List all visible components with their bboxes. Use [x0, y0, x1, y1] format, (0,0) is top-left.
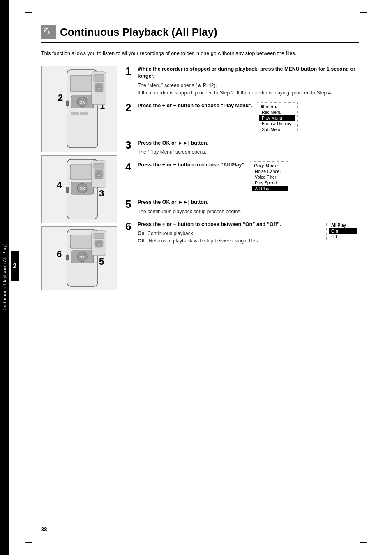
step-6-number: 6	[125, 221, 134, 245]
svg-rect-19	[70, 165, 95, 179]
step-6-body: On: Continuous playback. Off: Returns to…	[138, 230, 322, 244]
menu-item-sub: Sub Menu	[259, 127, 295, 132]
step-5-number: 5	[125, 199, 134, 215]
page: Continuous Playback (All Play) 2 38 ♪ Co…	[0, 0, 392, 555]
side-tab: Continuous Playback (All Play)	[0, 0, 9, 555]
menu-item-noise: Noise Cancel	[252, 168, 288, 174]
svg-rect-3	[70, 75, 95, 92]
svg-text:6: 6	[57, 249, 62, 259]
step-2-with-box: Press the + or − button to choose “Play …	[138, 102, 359, 134]
step-5-title: Press the OK or ►►| button.	[138, 199, 359, 206]
step-4-title: Press the + or − button to choose “All P…	[138, 161, 246, 169]
menu-item-rec: Rec Menu	[259, 109, 295, 115]
svg-rect-36	[66, 255, 69, 260]
corner-mark-br	[360, 535, 367, 543]
svg-text:OK: OK	[79, 187, 85, 191]
step-4-number: 4	[125, 161, 134, 193]
step-4: 4 Press the + or − button to choose “All…	[125, 161, 359, 193]
steps-column: 1 While the recorder is stopped or durin…	[125, 66, 359, 290]
step-5-content: Press the OK or ►►| button. The continuo…	[138, 199, 359, 215]
svg-text:OK: OK	[79, 100, 85, 104]
step-3-content: Press the OK or ►►| button. The “Play Me…	[138, 140, 359, 156]
page-number: 38	[41, 526, 47, 532]
device-image-bot: OK 6 5 OK	[41, 226, 117, 290]
step-3-body: The “Play Menu” screen opens.	[138, 148, 359, 156]
intro-text: This function allows you to listen to al…	[41, 50, 359, 58]
menu-word: MENU	[284, 66, 300, 72]
allplay-box-title: All Play	[329, 223, 357, 228]
svg-text:5: 5	[99, 256, 104, 267]
step-6-content: Press the + or − button to choose betwee…	[138, 221, 359, 245]
step-6-text: Press the + or − button to choose betwee…	[138, 221, 322, 245]
side-tab-text: Continuous Playback (All Play)	[2, 243, 7, 312]
svg-text:♪: ♪	[47, 29, 50, 36]
page-header: ♪ Continuous Playback (All Play)	[41, 25, 359, 43]
svg-text:3: 3	[99, 188, 104, 198]
menu-box-step4: Play Menu Noise Cancel Voice Filter Play…	[250, 161, 291, 193]
menu-box-step2: M e n u Rec Menu Play Menu Beep & Displa…	[257, 102, 298, 134]
step-2-number: 2	[125, 102, 134, 134]
step-1: 1 While the recorder is stopped or durin…	[125, 66, 359, 97]
svg-rect-8	[71, 112, 79, 115]
svg-rect-32	[70, 235, 95, 248]
svg-text:4: 4	[57, 180, 62, 190]
main-content: OK 2 1 OK	[41, 66, 359, 290]
step-2-text: Press the + or − button to choose “Play …	[138, 102, 253, 111]
menu-box-step4-title: Play Menu	[252, 163, 288, 168]
step-3-number: 3	[125, 140, 134, 156]
menu-item-play-selected: Play Menu	[259, 115, 295, 121]
step-4-with-box: Press the + or − button to choose “All P…	[138, 161, 359, 193]
step-3-title: Press the OK or ►►| button.	[138, 140, 359, 147]
device-image-mid: OK 4 3 OK	[41, 155, 117, 223]
step-3: 3 Press the OK or ►►| button. The “Play …	[125, 140, 359, 156]
step-1-body: The “Menu” screen opens (★ P. 42). If th…	[138, 82, 359, 97]
step-5-body: The continuous playback setup process be…	[138, 208, 359, 215]
corner-mark-tr	[360, 12, 367, 20]
step-4-content: Press the + or − button to choose “All P…	[138, 161, 359, 193]
svg-text:OK: OK	[97, 174, 100, 177]
step-4-text: Press the + or − button to choose “All P…	[138, 161, 246, 170]
allplay-off: O f f	[329, 234, 357, 240]
svg-rect-7	[66, 101, 69, 106]
menu-item-beep: Beep & Display	[259, 121, 295, 127]
svg-text:2: 2	[58, 92, 63, 103]
devices-column: OK 2 1 OK	[41, 66, 117, 290]
menu-item-allplay-selected: All Play	[252, 186, 288, 191]
chapter-badge: 2	[11, 251, 19, 281]
svg-rect-13	[94, 74, 104, 82]
svg-rect-9	[80, 112, 88, 115]
menu-item-voice: Voice Filter	[252, 174, 288, 180]
svg-text:OK: OK	[79, 255, 85, 259]
step-1-number: 1	[125, 66, 134, 97]
allplay-box: All Play O n O f f	[326, 221, 359, 241]
device-image-top: OK 2 1 OK	[41, 66, 117, 152]
menu-box-step2-title: M e n u	[259, 104, 295, 109]
section-icon: ♪	[41, 25, 56, 39]
step-1-content: While the recorder is stopped or during …	[138, 66, 359, 97]
svg-rect-27	[94, 163, 104, 169]
step-6: 6 Press the + or − button to choose betw…	[125, 221, 359, 245]
step-2-content: Press the + or − button to choose “Play …	[138, 102, 359, 134]
page-title: Continuous Playback (All Play)	[60, 26, 217, 39]
svg-rect-23	[66, 187, 69, 193]
svg-text:OK: OK	[97, 87, 100, 90]
step-6-title: Press the + or − button to choose betwee…	[138, 221, 322, 228]
corner-mark-bl	[25, 535, 32, 543]
allplay-on-selected: O n	[329, 228, 357, 234]
corner-mark-tl	[25, 12, 32, 20]
svg-text:OK: OK	[97, 243, 100, 246]
menu-item-speed: Play Speed	[252, 180, 288, 186]
step-6-with-box: Press the + or − button to choose betwee…	[138, 221, 359, 245]
svg-rect-40	[94, 233, 104, 239]
step-1-title: While the recorder is stopped or during …	[138, 66, 359, 80]
step-5: 5 Press the OK or ►►| button. The contin…	[125, 199, 359, 215]
step-2-title: Press the + or − button to choose “Play …	[138, 102, 253, 110]
step-2: 2 Press the + or − button to choose “Pla…	[125, 102, 359, 134]
